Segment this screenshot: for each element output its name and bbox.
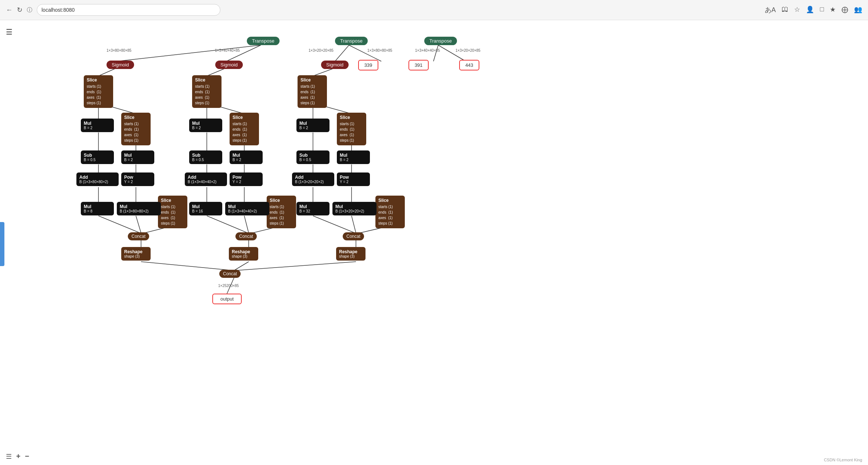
edge-label-1: 1×3×80×80×85 (107, 48, 132, 52)
svg-line-2 (335, 45, 349, 61)
node-reshape-2: Reshape shape (3) (229, 247, 258, 261)
node-pow-2: Pow Y = 2 (230, 172, 263, 186)
browser-chrome: ← ↻ ⓘ localhost:8080 あA 🕮 ☆ 👤 □ ★ ⨁ 👥 (0, 0, 868, 20)
zoom-out-button[interactable]: − (25, 452, 29, 461)
node-pow-3: Pow Y = 2 (337, 172, 370, 186)
node-mul-3: Mul B = 2 (296, 119, 329, 132)
node-mul-2c: Mul B = 16 (189, 202, 222, 215)
back-button[interactable]: ← (6, 6, 12, 14)
node-reshape-3: Reshape shape (3) (336, 247, 365, 261)
edge-label-4: 1×3×80×80×85 (367, 48, 392, 52)
svg-line-5 (438, 45, 466, 61)
node-mul-1d: Mul B (1×3×80×80×2) (117, 202, 161, 215)
node-sigmoid-1: Sigmoid (107, 61, 134, 69)
node-sigmoid-2: Sigmoid (215, 61, 243, 69)
node-pow-1: Pow Y = 2 (121, 172, 154, 186)
sidebar-toggle[interactable]: ☰ (6, 28, 12, 36)
edge-label-2: 1×3×40×40×85 (215, 48, 240, 52)
browser-icons: あA 🕮 ☆ 👤 □ ★ ⨁ 👥 (765, 6, 862, 14)
svg-line-3 (349, 45, 381, 61)
node-slice-2-top: Slice starts (1)ends (1)axes (1)steps (1… (192, 75, 221, 108)
svg-line-36 (98, 216, 140, 233)
node-transpose-1: Transpose (247, 37, 280, 45)
node-mul-1c: Mul B = 8 (81, 202, 114, 215)
node-transpose-3: Transpose (424, 37, 457, 45)
node-add-1: Add B (1×3×80×80×2) (76, 172, 119, 186)
node-sub-3: Sub B = 0.5 (296, 150, 329, 164)
node-mul-2b: Mul B = 2 (230, 150, 263, 164)
node-sub-2: Sub B = 0.5 (189, 150, 222, 164)
bookmark-icon[interactable]: ☆ (794, 6, 800, 14)
svg-line-41 (352, 216, 356, 233)
node-391: 391 (408, 60, 429, 70)
refresh-button[interactable]: ↻ (17, 6, 22, 14)
svg-line-47 (235, 262, 356, 270)
sidebar-indicator (0, 222, 4, 266)
svg-line-7 (207, 68, 226, 76)
node-transpose-2: Transpose (335, 37, 368, 45)
node-concat-1: Concat (128, 232, 149, 240)
node-slice-1-top: Slice starts (1)ends (1)axes (1)steps (1… (84, 75, 113, 108)
address-bar[interactable]: localhost:8080 (37, 4, 220, 16)
node-339: 339 (358, 60, 378, 70)
svg-line-37 (136, 216, 141, 233)
node-slice-2-mid: Slice starts (1)ends (1)axes (1)steps (1… (230, 113, 259, 145)
node-reshape-1: Reshape shape (3) (121, 247, 151, 261)
read-icon[interactable]: 🕮 (782, 6, 788, 14)
node-concat-2: Concat (235, 232, 257, 240)
node-slice-3-mid: Slice starts (1)ends (1)axes (1)steps (1… (337, 113, 366, 145)
collection-icon[interactable]: ⨁ (842, 6, 848, 14)
svg-line-8 (313, 68, 335, 76)
node-mul-3b: Mul B = 2 (337, 150, 370, 164)
node-add-3: Add B (1×3×20×20×2) (292, 172, 334, 186)
svg-line-46 (234, 262, 249, 270)
node-443: 443 (459, 60, 479, 70)
info-icon: ⓘ (27, 7, 32, 14)
svg-line-6 (98, 68, 117, 76)
node-sub-1: Sub B = 0.5 (81, 150, 114, 164)
svg-line-0 (117, 45, 261, 61)
svg-line-45 (141, 262, 233, 270)
zoom-in-button[interactable]: + (16, 452, 21, 461)
main-content: ☰ (0, 20, 868, 465)
edge-label-6: 1×3×20×20×85 (455, 48, 480, 52)
node-mul-3c: Mul B = 32 (296, 202, 329, 215)
svg-line-38 (207, 216, 248, 233)
node-slice-1-bot: Slice starts (1)ends (1)axes (1)steps (1… (158, 196, 187, 228)
favorites-icon[interactable]: ★ (830, 6, 836, 14)
node-mul-3d: Mul B (1×3×20×20×2) (332, 202, 377, 215)
node-add-2: Add B (1×3×40×40×2) (185, 172, 227, 186)
connection-lines (0, 20, 868, 465)
node-slice-3-bot: Slice starts (1)ends (1)axes (1)steps (1… (375, 196, 405, 228)
node-mul-2: Mul B = 2 (189, 119, 222, 132)
bottom-toolbar: ☰ + − (6, 452, 29, 461)
svg-line-4 (433, 45, 438, 61)
node-mul-2d: Mul B (1×3×40×40×2) (225, 202, 269, 215)
url-text: localhost:8080 (42, 7, 75, 13)
node-concat-3: Concat (343, 232, 364, 240)
account-icon[interactable]: 👥 (854, 6, 862, 14)
svg-line-39 (244, 216, 249, 233)
node-output: output (212, 294, 242, 304)
node-slice-2-bot: Slice starts (1)ends (1)axes (1)steps (1… (267, 196, 296, 228)
edge-label-5: 1×3×40×40×85 (415, 48, 440, 52)
edge-label-concat-out: 1×25200×85 (218, 284, 239, 288)
svg-line-1 (226, 45, 261, 61)
node-slice-3-top: Slice starts (1)ends (1)axes (1)steps (1… (298, 75, 327, 108)
node-concat-final: Concat (219, 270, 241, 278)
node-mul-1b: Mul B = 2 (121, 150, 154, 164)
split-icon[interactable]: □ (820, 6, 824, 14)
profile-icon[interactable]: 👤 (806, 6, 814, 14)
node-slice-1-mid: Slice starts (1)ends (1)axes (1)steps (1… (121, 113, 151, 145)
svg-line-40 (313, 216, 355, 233)
node-sigmoid-3: Sigmoid (321, 61, 349, 69)
node-mul-1: Mul B = 2 (81, 119, 114, 132)
translate-icon[interactable]: あA (765, 6, 776, 14)
list-view-icon[interactable]: ☰ (6, 453, 12, 461)
watermark: CSDN ©Lemont King (824, 458, 862, 462)
edge-label-3: 1×3×20×20×85 (309, 48, 334, 52)
